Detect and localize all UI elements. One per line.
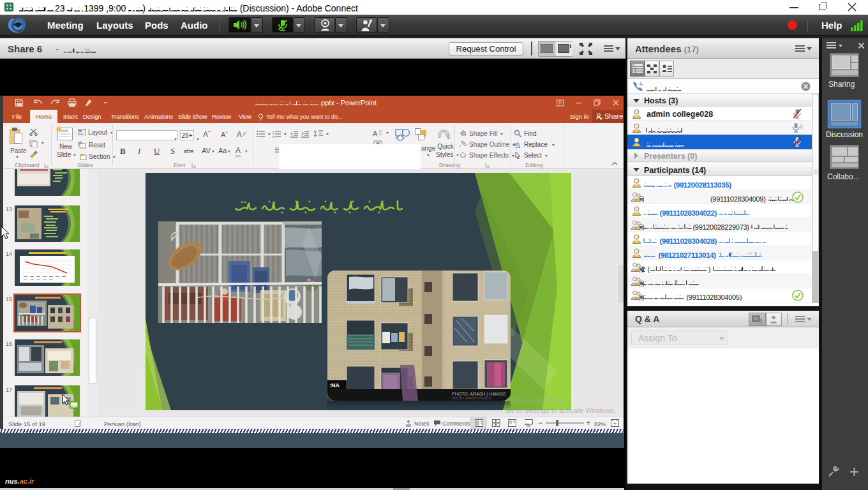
svg-text:PHOTO: ARASH | HAMOO: PHOTO: ARASH | HAMOO [453,396,491,400]
svg-text:ab: ab [513,141,520,147]
svg-text:3: 3 [273,135,274,138]
svg-text:A: A [373,130,378,137]
svg-text::NA: :NA [329,382,340,389]
